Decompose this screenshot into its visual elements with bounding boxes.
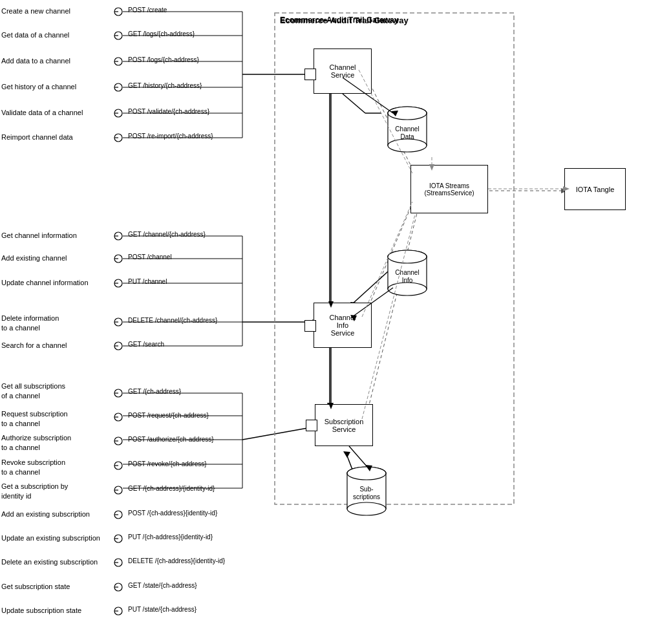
svg-point-95 [388, 250, 427, 263]
label-create-channel: Create a new channel [1, 6, 70, 16]
label-get-all-subs: Get all subscriptionsof a channel [1, 381, 65, 402]
svg-line-34 [365, 213, 417, 420]
iota-tangle-box: IOTA Tangle [564, 168, 626, 210]
label-authorize-sub: Authorize subscriptionto a channel [1, 433, 71, 453]
svg-marker-42 [343, 451, 350, 458]
iota-tangle-label: IOTA Tangle [576, 186, 615, 193]
channel-info-service-label: ChannelInfoService [330, 314, 356, 337]
endpoint-get-identity: GET /{ch-address}/{identity-id} [128, 485, 215, 492]
connector-search [113, 341, 123, 351]
connector-reimport [113, 133, 123, 143]
interface-box-channel-info [304, 320, 316, 332]
connector-get-data [113, 30, 123, 41]
connector-get-sub-id [113, 485, 123, 495]
svg-text:Data: Data [400, 133, 414, 140]
interface-box-channel-service [304, 69, 316, 80]
channel-service-box: Channel Service [314, 48, 372, 94]
connector-update-sub-state [113, 606, 123, 616]
label-revoke-sub: Revoke subscriptionto a channel [1, 458, 65, 478]
label-add-existing-sub: Add an existing subscription [1, 510, 90, 519]
endpoint-post-logs: POST /logs/{ch-address} [128, 56, 199, 63]
label-get-sub-id: Get a subscription byidentity id [1, 482, 68, 502]
connector-add-data [113, 56, 123, 67]
label-search: Search for a channel [1, 341, 67, 350]
connector-get-channel-info [113, 231, 123, 241]
svg-point-88 [388, 139, 427, 152]
endpoint-get-search: GET /search [128, 341, 164, 348]
svg-text:Sub-: Sub- [359, 486, 373, 493]
connector-delete-info [113, 317, 123, 327]
gateway-title-text: Ecommerce-Audit Trail Gateway [280, 16, 409, 25]
label-update-existing-sub: Update an existing subscription [1, 533, 100, 542]
label-update-channel: Update channel information [1, 278, 89, 287]
channel-info-service-box: ChannelInfoService [314, 303, 372, 348]
channel-data-cylinder: Channel Data [383, 105, 432, 158]
label-add-data: Add data to a channel [1, 56, 70, 65]
connector-add-existing-sub [113, 510, 123, 520]
endpoint-post-request: POST /request/{ch-address} [128, 412, 209, 419]
label-get-data: Get data of a channel [1, 30, 69, 39]
endpoint-get-channel: GET /channel/{ch-address} [128, 231, 206, 238]
channel-info-cylinder: Channel Info [383, 249, 432, 302]
label-get-channel-info: Get channel information [1, 231, 77, 240]
endpoint-get-history: GET /history/{ch-address} [128, 82, 202, 89]
label-request-sub: Request subscriptionto a channel [1, 409, 68, 429]
iota-streams-label: IOTA Streams(StreamsService) [424, 182, 474, 197]
endpoint-post-revoke: POST /revoke/{ch-address} [128, 460, 207, 467]
subscriptions-cylinder: Sub- scriptions [343, 466, 391, 522]
svg-point-100 [347, 502, 386, 515]
svg-text:Channel: Channel [395, 125, 419, 133]
connector-delete-existing-sub [113, 557, 123, 568]
svg-line-39 [352, 272, 388, 304]
connector-update-existing-sub [113, 533, 123, 544]
connector-update-channel [113, 278, 123, 288]
endpoint-put-state: PUT /state/{ch-address} [128, 606, 197, 613]
label-get-sub-state: Get subscription state [1, 582, 70, 591]
endpoint-create: POST /create [128, 6, 167, 14]
svg-line-110 [349, 446, 367, 467]
connector-create [113, 6, 123, 17]
label-get-history: Get history of a channel [1, 82, 76, 91]
connector-request-sub [113, 412, 123, 422]
svg-line-37 [343, 94, 365, 113]
endpoint-post-authorize: POST /authorize/{ch-address} [128, 436, 214, 443]
endpoint-delete-channel: DELETE /channel/{ch-address} [128, 317, 217, 324]
endpoint-delete-identity: DELETE /{ch-address}{identity-id} [128, 557, 225, 564]
endpoint-put-identity: PUT /{ch-address}{identity-id} [128, 533, 213, 541]
svg-point-101 [347, 467, 386, 480]
connector-validate [113, 108, 123, 118]
endpoint-post-identity: POST /{ch-address}{identity-id} [128, 510, 217, 517]
label-reimport: Reimport channel data [1, 133, 73, 142]
connector-authorize-sub [113, 436, 123, 446]
connector-get-sub-state [113, 582, 123, 592]
label-delete-info: Delete informationto a channel [1, 314, 59, 334]
endpoint-get-state: GET /state/{ch-address} [128, 582, 197, 589]
svg-line-23 [242, 427, 315, 440]
svg-point-89 [388, 107, 427, 120]
endpoint-get-ch-address: GET /{ch-address} [128, 388, 181, 395]
subscription-service-box: SubscriptionService [315, 404, 373, 446]
endpoint-post-validate: POST /validate/{ch-address} [128, 108, 209, 115]
svg-text:Info: Info [402, 277, 413, 284]
label-delete-existing-sub: Delete an existing subscription [1, 557, 98, 566]
endpoint-post-reimport: POST /re-import/{ch-address} [128, 133, 213, 140]
endpoint-put-channel: PUT /channel [128, 278, 167, 285]
label-add-existing: Add existing channel [1, 253, 67, 263]
iota-streams-box: IOTA Streams(StreamsService) [410, 165, 488, 213]
svg-text:scriptions: scriptions [353, 493, 380, 500]
connector-revoke-sub [113, 460, 123, 471]
svg-text:Channel: Channel [395, 269, 419, 276]
connector-get-all-subs [113, 388, 123, 398]
subscription-service-label: SubscriptionService [325, 418, 364, 433]
connector-get-history [113, 82, 123, 92]
label-update-sub-state: Update subscription state [1, 606, 81, 615]
interface-box-subscription [306, 420, 317, 431]
connector-add-existing [113, 253, 123, 264]
diagram-container: Ecommerce-Audit Trail Gateway Ecommerce-… [0, 0, 660, 644]
endpoint-post-channel: POST /channel [128, 253, 172, 261]
svg-point-94 [388, 283, 427, 295]
endpoint-get-logs: GET /logs/{ch-address} [128, 30, 195, 38]
channel-service-label: Channel Service [330, 63, 356, 79]
label-validate: Validate data of a channel [1, 108, 83, 117]
